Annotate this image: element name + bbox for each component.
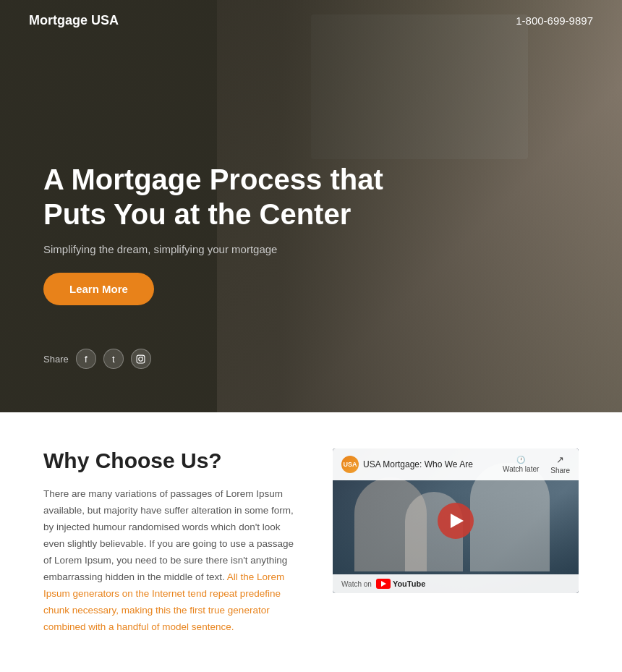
logo: Mortgage USA	[29, 13, 119, 28]
facebook-icon[interactable]: f	[76, 349, 96, 369]
channel-icon: USA	[341, 456, 359, 473]
twitter-icon[interactable]: t	[103, 349, 124, 369]
svg-point-2	[142, 356, 143, 357]
share-arrow-icon: ↗	[556, 454, 564, 465]
phone-number: 1-800-699-9897	[516, 14, 593, 27]
main-text-block: Why Choose Us? There are many variations…	[43, 448, 304, 635]
instagram-icon[interactable]	[131, 349, 151, 369]
video-embed[interactable]: USA USA Mortgage: Who We Are 🕐 Watch lat…	[333, 448, 579, 593]
video-title: USA Mortgage: Who We Are	[363, 459, 473, 469]
section-title: Why Choose Us?	[43, 448, 304, 473]
watch-on-label: Watch on	[341, 580, 372, 588]
video-top-bar: USA USA Mortgage: Who We Are 🕐 Watch lat…	[333, 448, 579, 480]
share-video-button[interactable]: ↗ Share	[550, 454, 570, 475]
why-choose-us-section: Why Choose Us? There are many variations…	[0, 412, 622, 672]
svg-point-1	[139, 357, 142, 360]
video-actions: 🕐 Watch later ↗ Share	[503, 454, 570, 475]
hero-content: A Mortgage Process that Puts You at the …	[43, 162, 419, 326]
share-label: Share	[43, 354, 69, 365]
navbar: Mortgage USA 1-800-699-9897	[0, 0, 622, 41]
clock-icon: 🕐	[516, 456, 525, 464]
video-logo-area: USA USA Mortgage: Who We Are	[341, 456, 473, 473]
video-container: USA USA Mortgage: Who We Are 🕐 Watch lat…	[333, 448, 579, 593]
body-text-regular: There are many variations of passages of…	[43, 488, 294, 582]
hero-subheadline: Simplifying the dream, simplifying your …	[43, 243, 419, 255]
share-row: Share f t	[43, 349, 151, 369]
share-video-label: Share	[550, 467, 570, 475]
hero-headline: A Mortgage Process that Puts You at the …	[43, 162, 419, 231]
watch-later-label: Watch later	[503, 465, 539, 473]
svg-rect-0	[137, 355, 145, 363]
youtube-icon	[376, 579, 391, 589]
body-paragraph: There are many variations of passages of…	[43, 486, 304, 635]
hero-section: Mortgage USA 1-800-699-9897 A Mortgage P…	[0, 0, 622, 412]
youtube-logo: YouTube	[376, 579, 425, 589]
watch-later-button[interactable]: 🕐 Watch later	[503, 456, 539, 473]
learn-more-button[interactable]: Learn More	[43, 273, 154, 305]
video-bottom-bar: Watch on YouTube	[333, 574, 579, 593]
youtube-text: YouTube	[393, 579, 425, 588]
play-button[interactable]	[438, 503, 474, 539]
